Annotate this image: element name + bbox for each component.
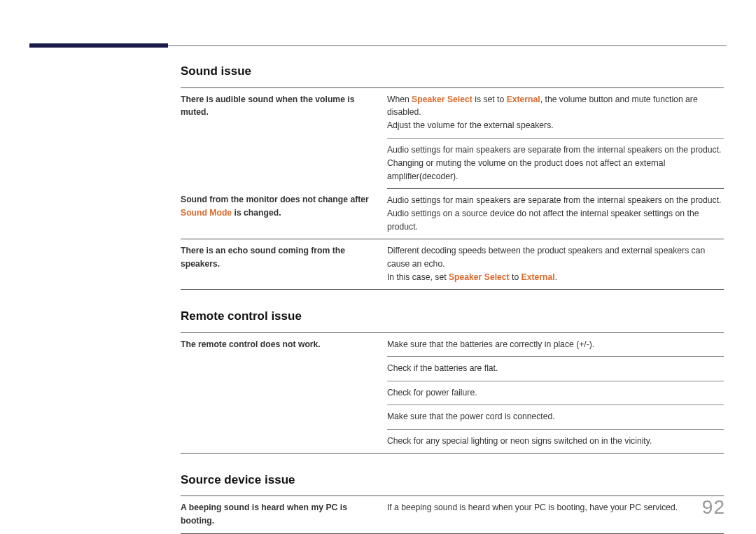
table-source-device-issue: A beeping sound is heard when my PC is b… [181, 496, 724, 534]
section-source-device-issue: Source device issue A beeping sound is h… [181, 473, 724, 534]
table-row: There is an echo sound coming from the s… [181, 239, 724, 289]
table-row: Sound from the monitor does not change a… [181, 188, 724, 238]
issue-label: A beeping sound is heard when my PC is b… [181, 496, 387, 533]
header-accent-bar [29, 43, 168, 48]
section-sound-issue: Sound issue There is audible sound when … [181, 64, 724, 290]
issue-label: There is an echo sound coming from the s… [181, 239, 387, 289]
table-row: There is audible sound when the volume i… [181, 87, 724, 137]
table-sound-issue: There is audible sound when the volume i… [181, 87, 724, 290]
heading-remote-control-issue: Remote control issue [181, 309, 724, 323]
issue-answer: If a beeping sound is heard when your PC… [387, 496, 724, 533]
issue-answer: Audio settings for main speakers are sep… [387, 138, 724, 188]
issue-answer: Check for power failure. [387, 381, 724, 404]
issue-answer: Audio settings for main speakers are sep… [387, 188, 724, 238]
page-number: 92 [702, 496, 725, 519]
table-remote-control-issue: The remote control does not work. Make s… [181, 332, 724, 454]
issue-label: The remote control does not work. [181, 332, 387, 452]
heading-sound-issue: Sound issue [181, 64, 724, 78]
table-row: A beeping sound is heard when my PC is b… [181, 496, 724, 533]
section-remote-control-issue: Remote control issue The remote control … [181, 309, 724, 454]
header-rule [168, 45, 727, 46]
issue-label: There is audible sound when the volume i… [181, 87, 387, 188]
issue-answer: Make sure that the batteries are correct… [387, 332, 724, 356]
issue-answer: Check for any special lighting or neon s… [387, 429, 724, 452]
issue-answer: Make sure that the power cord is connect… [387, 405, 724, 428]
heading-source-device-issue: Source device issue [181, 473, 724, 487]
issue-answer: Different decoding speeds between the pr… [387, 239, 724, 289]
table-row: The remote control does not work. Make s… [181, 332, 724, 356]
issue-answer: When Speaker Select is set to External, … [387, 87, 724, 137]
issue-label: Sound from the monitor does not change a… [181, 188, 387, 238]
issue-answer: Check if the batteries are flat. [387, 357, 724, 380]
page-content: Sound issue There is audible sound when … [181, 64, 724, 534]
